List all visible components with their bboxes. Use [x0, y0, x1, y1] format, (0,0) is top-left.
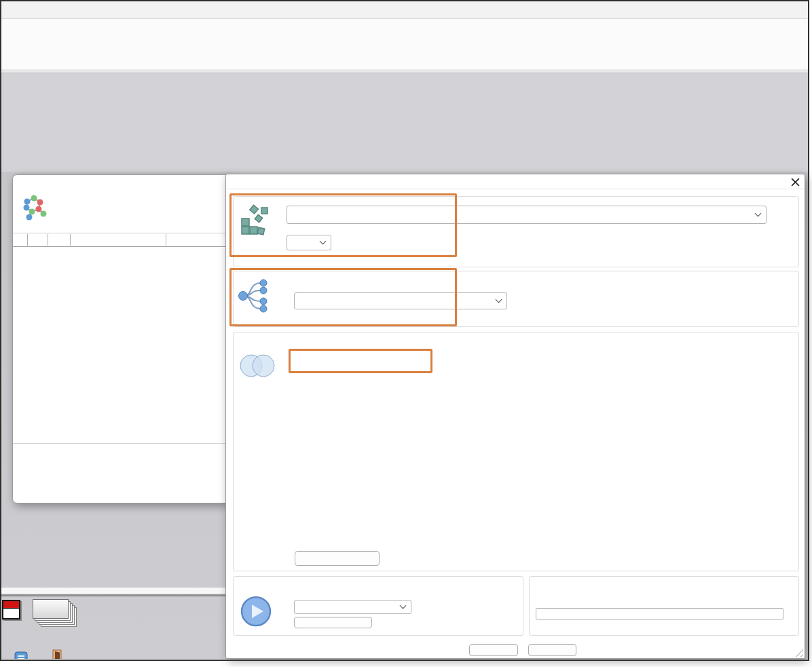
ribbon [1, 19, 808, 69]
options-button[interactable] [295, 551, 380, 566]
chevron-down-icon [400, 603, 407, 609]
resize-grip[interactable] [795, 649, 803, 657]
note-icon[interactable] [14, 651, 28, 659]
availability-grid [297, 419, 535, 549]
cards-squares-icon [240, 204, 272, 240]
ok-button[interactable] [469, 644, 518, 656]
menu-bar [1, 1, 808, 19]
dialog-titlebar [226, 174, 805, 189]
validity-select[interactable] [294, 600, 411, 614]
dialog-toolbar [13, 443, 230, 503]
chevron-down-icon [496, 297, 502, 303]
panel-divider [1, 588, 226, 594]
branch-tree-icon [237, 278, 274, 317]
note-group [529, 576, 799, 636]
chevron-down-icon [320, 238, 327, 245]
door-icon-small[interactable] [50, 649, 64, 659]
menu-item-pomoc[interactable] [7, 5, 15, 6]
panel-divider-line [1, 594, 226, 596]
card-color-bar [3, 601, 19, 609]
cancel-button[interactable] [528, 644, 576, 656]
molecule-icon [18, 193, 50, 227]
venn-diagram-icon [238, 352, 276, 382]
timetable-grid [1, 73, 808, 172]
close-icon[interactable] [787, 176, 803, 189]
chevron-down-icon [755, 210, 762, 217]
advanced-dialog [225, 174, 805, 659]
dependencies-dialog [12, 174, 231, 503]
dependency-list[interactable] [13, 247, 230, 443]
lesson-card-clipped[interactable] [2, 600, 20, 620]
stacked-lesson-card[interactable] [33, 599, 69, 619]
apply-mode-select[interactable] [294, 292, 507, 309]
note-input[interactable] [536, 608, 783, 620]
max-count-select[interactable] [287, 235, 331, 250]
table-header-top-border [13, 233, 230, 233]
dependency-type-select[interactable] [287, 206, 767, 224]
app-window [0, 0, 812, 667]
play-circle-icon [240, 596, 272, 630]
deactivate-button[interactable] [294, 617, 372, 628]
